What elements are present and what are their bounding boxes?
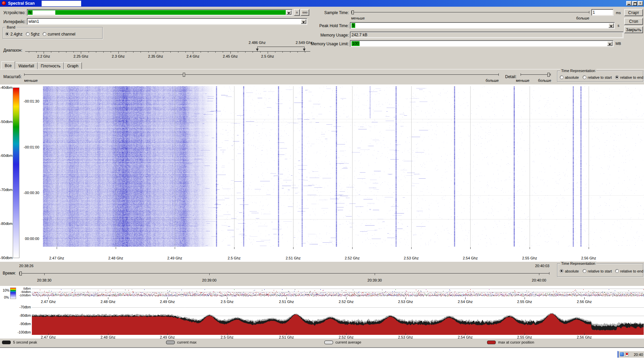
radio-5ghz[interactable]: 5ghz <box>26 32 40 36</box>
ruler-minor-tick <box>141 52 141 53</box>
range-ruler[interactable]: 2.2 Ghz2.25 Ghz2.3 Ghz2.35 Ghz2.4 Ghz2.4… <box>25 40 310 59</box>
legend-item: current average <box>324 340 361 344</box>
peak-hold-label: Peak Hold Time: <box>295 23 349 28</box>
close-app-button[interactable]: Закрыть <box>624 26 643 33</box>
freq-tick <box>352 247 353 249</box>
radio-current-channel[interactable]: current channel <box>43 32 75 36</box>
app-icon <box>2 1 6 5</box>
minimize-button[interactable] <box>626 1 632 6</box>
freq-tick-label: 2.53 Ghz <box>404 256 419 260</box>
freq-tick-label: 2.55 Ghz <box>522 256 537 260</box>
slider-track <box>521 74 551 75</box>
radio-relative-to-end[interactable]: relative to end <box>615 269 643 273</box>
freq-tick <box>525 297 525 299</box>
freq-tick <box>584 297 585 299</box>
radio-relative-to-start[interactable]: relative to start <box>583 75 612 79</box>
slider-handle[interactable] <box>183 73 185 77</box>
slider-handle[interactable] <box>19 272 22 276</box>
close-button[interactable]: × <box>638 1 643 6</box>
peak-hold-combo[interactable]: 5 <box>350 22 615 29</box>
time-tick <box>375 274 375 275</box>
time-representation-label: Time Representation <box>560 261 596 265</box>
memory-limit-label: Memory Usage Limit: <box>295 42 349 46</box>
radio-relative-to-end[interactable]: relative to end <box>615 75 643 79</box>
freq-tick-label: 2.5 Ghz <box>221 300 234 304</box>
ruler-minor-tick <box>148 52 149 53</box>
tray-icon-network[interactable] <box>620 352 624 356</box>
title-bar[interactable]: Spectral Scan × <box>0 0 644 7</box>
legend-item: 5 second peak <box>2 340 37 344</box>
freq-tick-label: 2.49 Ghz <box>167 256 182 260</box>
time-tick <box>539 274 539 275</box>
memory-limit-combo-arrow chevron-down-icon[interactable] <box>607 41 612 46</box>
sample-time-label: Sample Time: <box>295 10 349 15</box>
stop-button[interactable]: Стоп <box>624 18 643 25</box>
ruler-minor-tick <box>51 52 51 53</box>
tray-clock[interactable]: 20:40 <box>634 353 643 357</box>
sample-time-input[interactable] <box>591 9 613 16</box>
legend-item: max at cursor position <box>487 340 534 344</box>
memory-usage-value: 242.7 kB <box>352 33 367 37</box>
freq-tick <box>411 247 412 249</box>
density-db-label: 0dbm <box>17 287 31 290</box>
scale-slider[interactable] <box>24 72 499 77</box>
sample-time-slider[interactable] <box>351 10 589 15</box>
time-representation-group-top: Time Representation absoluterelative to … <box>557 71 643 82</box>
ruler-minor-tick <box>238 52 238 53</box>
tray-icon-flag[interactable] <box>625 352 629 356</box>
interface-combo[interactable]: wlan1 <box>27 18 307 25</box>
ruler-minor-tick <box>73 52 74 53</box>
peak-hold-value: 5 <box>352 23 355 28</box>
ruler-minor-tick <box>298 52 298 53</box>
dbm-scale-label: -60dbm <box>0 154 12 158</box>
ruler-minor-tick <box>185 52 186 53</box>
tab-all[interactable]: Все <box>1 61 15 69</box>
ruler-major-tick <box>118 52 119 54</box>
tab-waterfall[interactable]: Waterfall <box>15 62 38 69</box>
freq-tick-label: 2.5 Ghz <box>228 256 241 260</box>
range-handle-start[interactable] <box>256 49 259 52</box>
tab-density[interactable]: Плотность <box>38 62 64 69</box>
time-slider[interactable] <box>19 271 549 276</box>
graph-db-label: -70dbm <box>17 305 31 309</box>
slider-handle[interactable] <box>547 73 550 77</box>
legend-row: 5 second peakcurrent maxcurrent averagem… <box>0 338 644 348</box>
start-button[interactable]: Старт <box>624 9 643 16</box>
spectrum-canvas[interactable] <box>32 305 644 335</box>
freq-tick-label: 2.48 Ghz <box>101 300 116 304</box>
more-label: больше <box>550 16 589 20</box>
freq-tick <box>227 297 227 299</box>
ruler-minor-tick <box>275 52 275 53</box>
device-combo-arrow chevron-down-icon[interactable] <box>286 10 291 15</box>
radio-label: absolute <box>565 269 579 273</box>
radio-absolute[interactable]: absolute <box>560 269 579 273</box>
interface-label: Интерфейс: <box>3 19 26 24</box>
slider-handle[interactable] <box>352 10 354 14</box>
screen: Spectral Scan × Устройство: N o ooo Инте… <box>0 0 644 362</box>
freq-tick <box>470 247 471 249</box>
ruler-major-tick <box>230 52 231 54</box>
peak-hold-combo-arrow chevron-down-icon[interactable] <box>608 23 614 28</box>
device-value-text: N <box>29 10 32 15</box>
slider-track <box>351 12 589 12</box>
radio-icon <box>560 75 564 79</box>
waterfall-canvas[interactable] <box>41 86 644 247</box>
range-handle-end[interactable] <box>303 49 306 52</box>
interface-combo-arrow chevron-down-icon[interactable] <box>301 19 306 24</box>
density-canvas[interactable] <box>32 287 644 297</box>
device-combo[interactable]: N <box>27 9 292 16</box>
band-group: Band 2.4ghz5ghzcurrent channel <box>3 27 103 39</box>
tab-graph[interactable]: Graph <box>64 62 82 69</box>
radio-relative-to-start[interactable]: relative to start <box>583 269 612 273</box>
more-label: больше <box>476 78 499 82</box>
radio-2-4ghz[interactable]: 2.4ghz <box>5 32 22 36</box>
tab-panel-edge <box>0 69 644 69</box>
freq-tick-label: 2.54 Ghz <box>458 300 473 304</box>
detail-slider[interactable] <box>521 72 551 77</box>
freq-tick <box>406 297 406 299</box>
restore-button[interactable] <box>632 1 637 6</box>
memory-limit-combo[interactable]: 100 <box>350 40 613 47</box>
radio-absolute[interactable]: absolute <box>560 75 579 79</box>
window-title: Spectral Scan <box>8 1 35 6</box>
less-label: меньше <box>516 78 529 82</box>
